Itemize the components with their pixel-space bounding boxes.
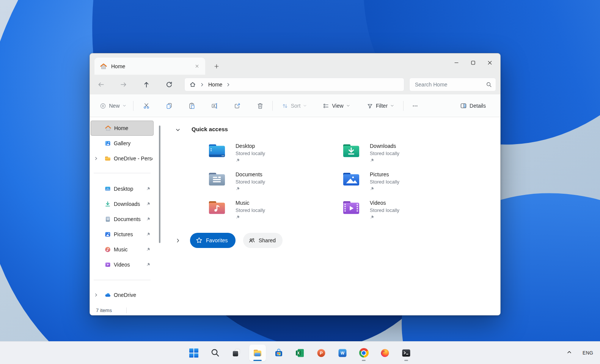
titlebar[interactable]: Home <box>90 53 500 75</box>
view-button[interactable]: View <box>319 99 354 113</box>
back-button[interactable] <box>94 78 108 91</box>
sidebar-item-videos[interactable]: Videos <box>91 257 154 272</box>
file-explorer-window: Home <box>90 53 501 315</box>
sidebar-divider <box>94 173 151 173</box>
svg-text:X: X <box>297 351 300 355</box>
delete-icon <box>257 102 264 109</box>
home-breadcrumb-icon <box>189 81 196 88</box>
sidebar-item-downloads[interactable]: Downloads <box>91 196 154 212</box>
sidebar-item-pictures[interactable]: Pictures <box>91 227 154 242</box>
favorites-button[interactable]: Favorites <box>190 233 236 248</box>
quick-access-grid: Desktop Stored locally Downloads Sto <box>208 143 477 228</box>
address-bar[interactable]: Home <box>184 78 404 91</box>
details-pane-button[interactable]: Details <box>455 99 491 113</box>
refresh-button[interactable] <box>162 78 176 91</box>
up-button[interactable] <box>140 78 153 91</box>
copy-button[interactable] <box>162 99 176 113</box>
taskbar-firefox-button[interactable] <box>377 345 393 361</box>
home-tab-icon <box>100 63 107 70</box>
up-icon <box>143 81 150 88</box>
file-explorer-icon <box>253 348 262 358</box>
chevron-right-icon <box>199 82 205 87</box>
videos-folder-icon <box>342 200 360 215</box>
paste-button[interactable] <box>185 99 199 113</box>
task-view-button[interactable] <box>228 345 245 361</box>
desktop-icon <box>104 185 111 192</box>
minimize-button[interactable] <box>448 56 465 69</box>
pin-icon <box>146 262 151 267</box>
forward-button[interactable] <box>117 78 130 91</box>
minimize-icon <box>454 60 459 66</box>
taskbar-chrome-button[interactable] <box>355 345 372 361</box>
quick-access-collapse-button[interactable] <box>173 126 182 135</box>
favorites-expand-button[interactable] <box>173 236 182 245</box>
pin-icon <box>236 215 240 220</box>
see-more-button[interactable] <box>408 99 421 113</box>
search-icon[interactable] <box>486 82 492 88</box>
quick-access-title: Quick access <box>192 126 228 132</box>
tab-close-button[interactable] <box>192 61 202 72</box>
taskbar-excel-button[interactable]: X <box>292 345 308 361</box>
documents-folder-icon <box>208 171 226 187</box>
sidebar-item-music[interactable]: Music <box>91 242 154 257</box>
delete-button[interactable] <box>253 99 267 113</box>
onedrive-folder-icon <box>104 155 111 162</box>
sidebar-item-onedrive-personal[interactable]: OneDrive - Perso <box>91 151 154 166</box>
tray-show-hidden-icons-button[interactable] <box>566 349 572 357</box>
view-label: View <box>332 103 343 109</box>
taskbar-powerpoint-button[interactable]: P <box>313 345 330 361</box>
documents-icon <box>104 216 111 223</box>
cut-button[interactable] <box>140 99 153 113</box>
breadcrumb-home[interactable]: Home <box>208 82 222 88</box>
navigation-pane: Home Gallery O <box>90 117 163 315</box>
expand-chevron-icon[interactable] <box>92 291 100 299</box>
sidebar-item-home[interactable]: Home <box>91 121 154 136</box>
new-button[interactable]: New <box>97 99 129 113</box>
music-icon <box>104 246 111 253</box>
tab-home[interactable]: Home <box>94 58 205 75</box>
taskbar-search-button[interactable] <box>207 345 223 361</box>
taskbar-file-explorer-button[interactable] <box>249 345 266 361</box>
chevron-right-icon[interactable] <box>226 82 231 87</box>
new-tab-button[interactable] <box>211 62 222 71</box>
terminal-icon <box>401 348 411 358</box>
cut-icon <box>143 102 150 109</box>
chevron-down-icon <box>303 104 307 108</box>
sidebar-item-gallery[interactable]: Gallery <box>91 136 154 151</box>
sort-button[interactable]: Sort <box>277 99 311 113</box>
sidebar-item-desktop[interactable]: Desktop <box>91 181 154 196</box>
tile-documents[interactable]: Documents Stored locally <box>208 171 337 195</box>
svg-text:P: P <box>320 351 323 355</box>
search-box[interactable] <box>409 78 496 91</box>
sidebar-item-onedrive[interactable]: OneDrive <box>91 287 154 303</box>
pin-icon <box>236 187 240 191</box>
pin-icon <box>370 158 374 163</box>
running-app-indicator <box>404 360 408 361</box>
rename-button[interactable] <box>208 99 221 113</box>
sort-label: Sort <box>291 103 301 109</box>
start-button[interactable] <box>185 345 202 361</box>
tile-downloads[interactable]: Downloads Stored locally <box>342 143 471 166</box>
maximize-icon <box>470 60 476 66</box>
language-indicator[interactable]: ENG <box>583 350 593 356</box>
tile-pictures[interactable]: Pictures Stored locally <box>342 171 471 195</box>
shared-button[interactable]: Shared <box>243 233 283 248</box>
taskbar-word-button[interactable]: W <box>334 345 351 361</box>
tile-music[interactable]: Music Stored locally <box>208 199 337 223</box>
taskbar-terminal-button[interactable] <box>398 345 415 361</box>
close-icon <box>195 64 199 69</box>
sidebar-item-documents[interactable]: Documents <box>91 212 154 227</box>
maximize-button[interactable] <box>465 56 481 69</box>
onedrive-cloud-icon <box>104 292 111 298</box>
videos-icon <box>104 261 111 268</box>
close-button[interactable] <box>481 56 498 69</box>
share-button[interactable] <box>231 99 244 113</box>
gallery-icon <box>104 140 111 147</box>
filter-button[interactable]: Filter <box>362 99 399 113</box>
taskbar-store-button[interactable] <box>270 345 287 361</box>
tile-videos[interactable]: Videos Stored locally <box>342 199 471 223</box>
tile-desktop[interactable]: Desktop Stored locally <box>208 143 337 166</box>
sidebar-scrollbar[interactable] <box>159 126 160 243</box>
search-input[interactable] <box>415 82 486 88</box>
expand-chevron-icon[interactable] <box>92 155 100 162</box>
